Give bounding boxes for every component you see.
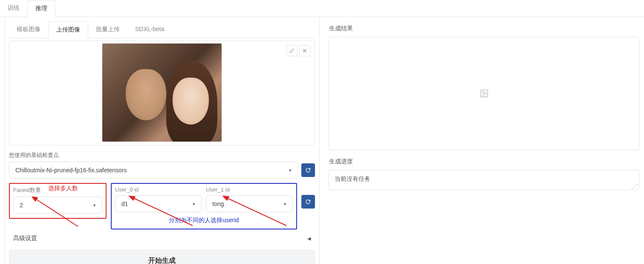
- userid-group: User_0 id d1 User_1 id tong 分别为不同的: [111, 183, 297, 229]
- user1-dropdown[interactable]: tong: [206, 195, 293, 212]
- faceid-annotation: 选择多人数: [48, 185, 78, 192]
- refresh-checkpoint-button[interactable]: [301, 163, 315, 177]
- tab-train[interactable]: 训练: [0, 0, 27, 17]
- infer-panel: 模板图像 上传图像 批量上传 SDXL-beta ✕: [4, 17, 320, 264]
- subtab-sdxl[interactable]: SDXL-beta: [127, 21, 172, 38]
- checkpoint-label: 您使用的基础检查点.: [9, 151, 315, 159]
- user1-value: tong: [212, 200, 224, 207]
- faceid-dropdown[interactable]: 2: [13, 197, 102, 214]
- top-tabs: 训练 推理: [0, 0, 644, 17]
- advanced-label: 高级设置: [13, 235, 37, 242]
- checkpoint-dropdown[interactable]: Chilloutmix-Ni-pruned-fp16-fix.safetenso…: [9, 162, 298, 179]
- edit-image-button[interactable]: [286, 45, 297, 56]
- user-annotation: 分别为不同的人选择userid: [115, 217, 293, 224]
- svg-point-4: [482, 91, 484, 93]
- upload-image-box[interactable]: ✕: [9, 41, 315, 145]
- progress-box: 当前没有任务 ⋰: [328, 170, 640, 190]
- uploaded-photo: [102, 44, 222, 142]
- progress-text: 当前没有任务: [335, 175, 370, 182]
- user0-dropdown[interactable]: d1: [115, 195, 202, 212]
- subtab-upload[interactable]: 上传图像: [48, 21, 88, 38]
- sub-tabs: 模板图像 上传图像 批量上传 SDXL-beta: [9, 21, 315, 38]
- checkpoint-value: Chilloutmix-Ni-pruned-fp16-fix.safetenso…: [15, 167, 127, 174]
- user1-label: User_1 id: [206, 186, 293, 193]
- caret-left-icon: ◀: [307, 236, 311, 241]
- advanced-settings-accordion[interactable]: 高级设置 ◀: [9, 229, 315, 247]
- user0-label: User_0 id: [115, 186, 202, 193]
- progress-label: 生成进度: [329, 158, 640, 165]
- refresh-icon: [305, 167, 312, 174]
- faceid-group: Faceid数量 选择多人数 2: [9, 183, 107, 219]
- generate-button[interactable]: 开始生成: [9, 250, 315, 264]
- faceid-value: 2: [20, 202, 23, 209]
- tab-infer[interactable]: 推理: [27, 0, 55, 17]
- resize-handle-icon[interactable]: ⋰: [631, 183, 638, 189]
- subtab-template[interactable]: 模板图像: [9, 21, 48, 38]
- pencil-icon: [289, 48, 295, 53]
- refresh-icon: [305, 198, 312, 205]
- refresh-users-button[interactable]: [301, 195, 315, 209]
- clear-image-button[interactable]: ✕: [299, 45, 310, 56]
- close-icon: ✕: [302, 47, 307, 54]
- result-box: [328, 37, 640, 150]
- result-label: 生成结果: [329, 25, 640, 32]
- image-placeholder-icon: [479, 89, 489, 98]
- user0-value: d1: [121, 200, 128, 207]
- subtab-batch[interactable]: 批量上传: [88, 21, 127, 38]
